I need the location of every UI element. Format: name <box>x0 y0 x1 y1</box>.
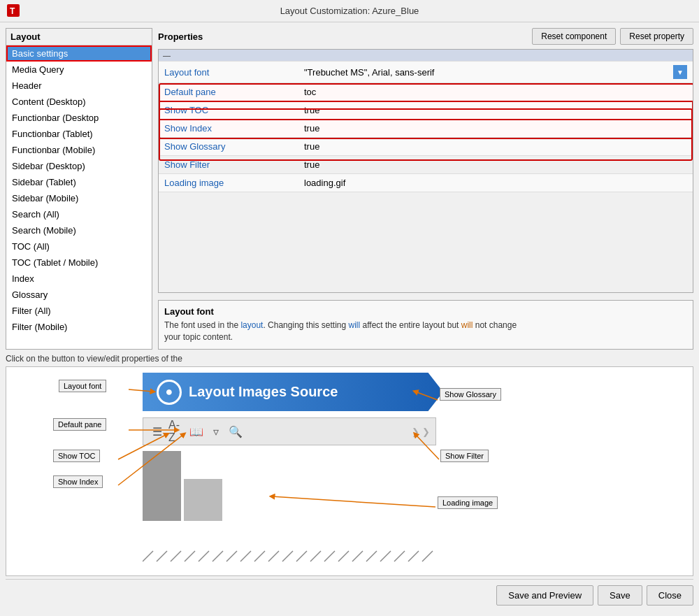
annotation-show-glossary: Show Glossary <box>440 388 501 401</box>
svg-line-16 <box>338 551 349 561</box>
property-label: Layout font <box>159 62 298 83</box>
svg-line-5 <box>185 551 195 561</box>
table-row: Default pane toc <box>159 83 693 101</box>
annotation-loading-image: Loading image <box>438 496 498 509</box>
search-icon[interactable]: 🔍 <box>227 423 244 440</box>
button-group: Reset component Reset property <box>532 28 693 45</box>
table-row: Show Index true <box>159 120 693 138</box>
diagonal-svg <box>143 547 436 568</box>
table-header-spacer <box>298 50 693 62</box>
svg-line-17 <box>352 551 363 561</box>
svg-line-12 <box>282 551 293 561</box>
properties-label: Properties <box>158 31 203 42</box>
desc-text: The font used in the layout. Changing th… <box>164 320 687 343</box>
title-bar: T Layout Customization: Azure_Blue <box>0 0 699 22</box>
sidebar-item-header[interactable]: Header <box>6 78 152 94</box>
chevron-icon-2: ❯ <box>422 427 430 437</box>
sidebar-item-index[interactable]: Index <box>6 271 152 287</box>
table-row: Loading image loading.gif <box>159 174 693 192</box>
properties-table: — Layout font "Trebuchet MS", Arial, san… <box>159 50 693 192</box>
svg-line-4 <box>171 551 181 561</box>
filter-icon[interactable]: ▿ <box>208 423 224 440</box>
property-value[interactable]: true <box>298 101 693 120</box>
property-label: Show Index <box>159 120 298 138</box>
app-icon: T <box>7 4 20 17</box>
sidebar-item-media-query[interactable]: Media Query <box>6 62 152 78</box>
annotation-show-toc: Show TOC <box>53 450 100 462</box>
svg-text:T: T <box>10 6 15 16</box>
svg-line-21 <box>408 551 419 561</box>
svg-line-10 <box>254 551 265 561</box>
close-button[interactable]: Close <box>647 585 693 606</box>
table-row: Show Glossary true <box>159 138 693 156</box>
sidebar-item-toc-tablet-mobile[interactable]: TOC (Tablet / Mobile) <box>6 255 152 271</box>
property-value[interactable]: "Trebuchet MS", Arial, sans-serif ▼ <box>298 62 693 83</box>
svg-line-13 <box>296 551 307 561</box>
property-value[interactable]: toc <box>298 83 693 101</box>
book-icon[interactable]: 📖 <box>188 423 205 440</box>
sidebar-item-basic-settings[interactable]: Basic settings <box>6 45 152 62</box>
svg-line-6 <box>199 551 209 561</box>
main-container: Layout Basic settings Media Query Header… <box>0 22 699 614</box>
property-value[interactable]: loading.gif <box>298 174 693 192</box>
reset-component-button[interactable]: Reset component <box>532 28 616 45</box>
sidebar-item-sidebar-desktop[interactable]: Sidebar (Desktop) <box>6 158 152 174</box>
sidebar-item-functionbar-mobile[interactable]: Functionbar (Mobile) <box>6 142 152 158</box>
table-row: Show TOC true <box>159 101 693 120</box>
sidebar-item-filter-all[interactable]: Filter (All) <box>6 303 152 319</box>
sidebar-item-search-mobile[interactable]: Search (Mobile) <box>6 222 152 238</box>
desc-title: Layout font <box>164 306 687 317</box>
props-table-container: — Layout font "Trebuchet MS", Arial, san… <box>158 49 693 293</box>
svg-line-18 <box>366 551 377 561</box>
property-label: Show TOC <box>159 101 298 120</box>
props-header: Properties Reset component Reset propert… <box>158 28 693 45</box>
dropdown-arrow-icon[interactable]: ▼ <box>673 65 687 79</box>
annotation-show-filter: Show Filter <box>440 450 489 462</box>
svg-line-30 <box>272 496 435 507</box>
table-header-collapse: — <box>159 50 298 62</box>
property-label: Show Filter <box>159 156 298 174</box>
desc-highlight-will2: will <box>461 320 473 330</box>
desc-highlight-layout: layout <box>240 320 263 330</box>
property-value[interactable]: true <box>298 120 693 138</box>
table-row: Show Filter true <box>159 156 693 174</box>
svg-line-3 <box>157 551 167 561</box>
banner-text: Layout Images Source <box>189 384 338 400</box>
toolbar-mockup: ☰ A-Z 📖 ▿ 🔍 ❯ ❯ <box>143 417 436 445</box>
save-preview-button[interactable]: Save and Preview <box>496 585 593 606</box>
property-value[interactable]: true <box>298 138 693 156</box>
sidebar-item-glossary[interactable]: Glossary <box>6 287 152 303</box>
sidebar-item-sidebar-mobile[interactable]: Sidebar (Mobile) <box>6 190 152 206</box>
svg-line-19 <box>380 551 391 561</box>
svg-line-2 <box>143 551 153 561</box>
table-header-row: — <box>159 50 693 62</box>
sidebar-item-toc-all[interactable]: TOC (All) <box>6 238 152 255</box>
sidebar-item-sidebar-tablet[interactable]: Sidebar (Tablet) <box>6 174 152 190</box>
bottom-bar: Save and Preview Save Close <box>6 579 693 608</box>
sidebar-item-filter-mobile[interactable]: Filter (Mobile) <box>6 319 152 335</box>
layout-panel-title: Layout <box>6 29 152 45</box>
description-box: Layout font The font used in the layout.… <box>158 300 693 350</box>
svg-line-8 <box>226 551 237 561</box>
sidebar-item-functionbar-tablet[interactable]: Functionbar (Tablet) <box>6 126 152 142</box>
property-value[interactable]: true <box>298 156 693 174</box>
diagonal-lines-area <box>143 547 436 568</box>
circle-icon: ● <box>157 380 182 405</box>
gray-block-2 <box>184 479 222 521</box>
annotation-show-index: Show Index <box>53 475 103 488</box>
sidebar-item-content-desktop[interactable]: Content (Desktop) <box>6 94 152 110</box>
window-title: Layout Customization: Azure_Blue <box>280 6 419 16</box>
sidebar-item-functionbar-desktop[interactable]: Functionbar (Desktop <box>6 110 152 126</box>
save-button[interactable]: Save <box>598 585 642 606</box>
annotation-layout-font: Layout font <box>59 380 106 392</box>
left-panel: Layout Basic settings Media Query Header… <box>6 28 152 350</box>
layout-font-dropdown[interactable]: "Trebuchet MS", Arial, sans-serif ▼ <box>304 65 687 79</box>
layout-font-value: "Trebuchet MS", Arial, sans-serif <box>304 67 434 78</box>
property-label: Show Glossary <box>159 138 298 156</box>
svg-line-22 <box>422 551 433 561</box>
svg-line-14 <box>310 551 321 561</box>
index-icon[interactable]: A-Z <box>168 423 185 440</box>
sidebar-item-search-all[interactable]: Search (All) <box>6 206 152 222</box>
reset-property-button[interactable]: Reset property <box>620 28 693 45</box>
toc-icon[interactable]: ☰ <box>149 423 166 440</box>
